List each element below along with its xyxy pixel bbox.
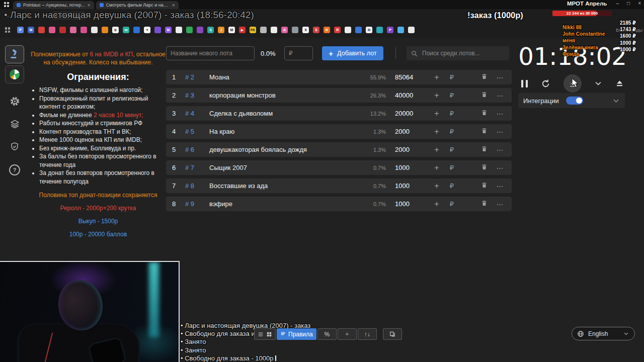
bookmark-favicon[interactable]: [355, 27, 362, 33]
lot-add-amount-button[interactable]: +: [429, 182, 444, 191]
timer-pause-button[interactable]: [521, 80, 528, 87]
lot-add-amount-button[interactable]: +: [429, 127, 444, 136]
lot-currency-button[interactable]: ₽: [444, 128, 459, 135]
bookmark-favicon[interactable]: P: [17, 27, 24, 33]
bookmark-favicon[interactable]: [271, 27, 277, 33]
lot-add-amount-button[interactable]: +: [429, 145, 444, 154]
timer-restart-button[interactable]: [541, 79, 550, 88]
lot-delete-button[interactable]: [476, 91, 492, 100]
bookmark-favicon[interactable]: [292, 27, 298, 33]
sidebar-item-moderation[interactable]: [10, 142, 19, 153]
bookmark-favicon[interactable]: b: [112, 27, 119, 33]
maximize-icon[interactable]: □: [627, 1, 630, 6]
lot-add-amount-button[interactable]: +: [429, 91, 444, 100]
divide-mode-button[interactable]: ÷: [338, 328, 357, 340]
bookmark-favicon[interactable]: H: [366, 27, 372, 33]
bookmark-favicon[interactable]: [49, 27, 55, 33]
lot-add-amount-button[interactable]: +: [429, 163, 444, 172]
sort-button[interactable]: ↑↓: [358, 328, 377, 340]
integrations-toggle[interactable]: [566, 97, 583, 105]
lot-more-button[interactable]: ⋯: [492, 92, 509, 100]
bookmark-favicon[interactable]: A: [281, 27, 288, 33]
sidebar-item-settings[interactable]: [10, 97, 20, 108]
minimize-icon[interactable]: –: [616, 1, 619, 6]
sidebar-item-auction[interactable]: [5, 45, 24, 63]
bookmark-favicon[interactable]: J: [218, 27, 224, 33]
bookmark-favicon[interactable]: [376, 27, 383, 33]
bookmark-favicon[interactable]: M: [228, 27, 235, 33]
lot-currency-button[interactable]: ₽: [444, 182, 459, 190]
bookmark-favicon[interactable]: Я: [334, 27, 341, 33]
lot-delete-button[interactable]: [476, 73, 492, 81]
tab-close-icon[interactable]: ×: [172, 3, 175, 8]
bookmark-favicon[interactable]: [133, 27, 140, 33]
bookmark-favicon[interactable]: [197, 27, 203, 33]
lot-currency-button[interactable]: ₽: [444, 200, 459, 208]
bookmark-favicon[interactable]: X: [302, 27, 309, 33]
lot-delete-button[interactable]: [476, 200, 492, 208]
lot-delete-button[interactable]: [476, 182, 492, 190]
bookmark-favicon[interactable]: R: [324, 27, 330, 33]
lot-delete-button[interactable]: [476, 145, 492, 154]
lot-delete-button[interactable]: [476, 127, 492, 136]
bookmark-favicon[interactable]: [186, 27, 193, 33]
sidebar-item-layers[interactable]: [10, 119, 20, 131]
bookmark-favicon[interactable]: [70, 27, 76, 33]
bookmark-favicon[interactable]: [154, 27, 161, 33]
lot-more-button[interactable]: ⋯: [492, 200, 509, 208]
browser-tab[interactable]: Pointauc – Аукционы, лотер... ×: [13, 1, 94, 9]
bookmark-favicon[interactable]: [345, 27, 351, 33]
lot-more-button[interactable]: ⋯: [492, 146, 509, 154]
lot-currency-button[interactable]: ₽: [444, 92, 459, 99]
bookmark-favicon[interactable]: [80, 27, 87, 33]
timer-eject-button[interactable]: [615, 79, 624, 88]
close-icon[interactable]: ×: [638, 1, 641, 6]
bookmark-favicon[interactable]: +: [144, 27, 150, 33]
sidebar-item-wheel[interactable]: [5, 65, 24, 83]
percent-mode-button[interactable]: %: [317, 328, 337, 340]
bookmark-favicon[interactable]: [102, 27, 108, 33]
bookmark-favicon[interactable]: [397, 27, 404, 33]
add-lot-button[interactable]: + Добавить лот: [322, 46, 383, 60]
language-selector[interactable]: English: [572, 327, 635, 340]
lot-more-button[interactable]: ⋯: [492, 164, 509, 172]
lot-add-amount-button[interactable]: +: [429, 200, 444, 209]
bookmark-favicon[interactable]: FK: [250, 27, 256, 33]
bookmark-favicon[interactable]: m: [123, 27, 129, 33]
search-input[interactable]: [421, 49, 505, 57]
bookmark-favicon[interactable]: [91, 27, 98, 33]
copy-button[interactable]: [383, 328, 402, 340]
lot-currency-button[interactable]: ₽: [444, 73, 459, 81]
lot-add-amount-button[interactable]: +: [429, 73, 444, 82]
lot-more-button[interactable]: ⋯: [492, 128, 509, 136]
bookmark-favicon[interactable]: M: [165, 27, 172, 33]
timer-add-time-button[interactable]: [564, 74, 582, 93]
lot-delete-button[interactable]: [476, 109, 492, 118]
bookmark-favicon[interactable]: S: [207, 27, 214, 33]
lot-currency-button[interactable]: ₽: [444, 146, 459, 153]
lot-delete-button[interactable]: [476, 163, 492, 172]
bookmark-favicon[interactable]: P: [387, 27, 393, 33]
lot-more-button[interactable]: ⋯: [492, 73, 509, 81]
bookmark-favicon[interactable]: ▶: [239, 27, 246, 33]
bookmark-favicon[interactable]: [408, 27, 415, 33]
sidebar-item-help[interactable]: ?: [9, 164, 20, 175]
lot-add-amount-button[interactable]: +: [429, 109, 444, 118]
view-mode-button[interactable]: [254, 328, 276, 340]
new-lot-amount-input[interactable]: [284, 46, 313, 60]
bookmark-favicon[interactable]: S: [313, 27, 319, 33]
chevron-down-icon[interactable]: [612, 97, 620, 105]
rules-toggle-button[interactable]: Правила: [277, 328, 316, 340]
bookmark-favicon[interactable]: М: [28, 27, 34, 33]
lot-more-button[interactable]: ⋯: [492, 182, 509, 190]
bookmark-favicon[interactable]: [38, 27, 45, 33]
lot-currency-button[interactable]: ₽: [444, 164, 459, 171]
bookmark-favicon[interactable]: [176, 27, 182, 33]
bookmark-favicon[interactable]: [59, 27, 66, 33]
lot-currency-button[interactable]: ₽: [444, 110, 459, 117]
new-lot-input[interactable]: [166, 46, 255, 60]
bookmark-favicon[interactable]: [260, 27, 267, 33]
browser-tab[interactable]: Смотреть фильм Ларс и наст... ×: [96, 1, 179, 9]
timer-collapse-button[interactable]: [594, 79, 602, 87]
tab-close-icon[interactable]: ×: [88, 3, 91, 8]
